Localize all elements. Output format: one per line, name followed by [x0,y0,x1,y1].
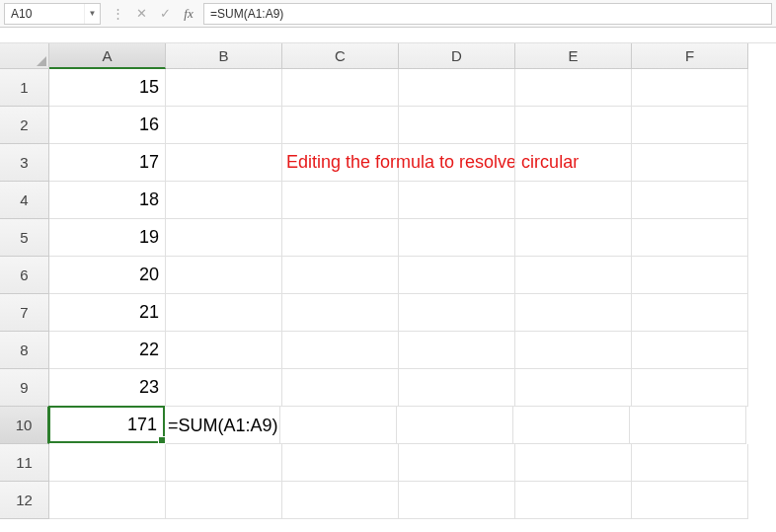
cell-F4[interactable] [632,182,748,219]
cell-D9[interactable] [399,369,515,407]
cell-C8[interactable] [282,332,399,369]
cell-D2[interactable] [399,107,515,144]
cell-E12[interactable] [515,482,632,519]
row-header-6[interactable]: 6 [0,257,49,294]
cell-D10[interactable] [397,407,513,444]
cell-F1[interactable] [632,69,748,107]
cell-E6[interactable] [515,257,632,294]
cell-E9[interactable] [515,369,632,407]
cell-A8[interactable]: 22 [49,332,166,369]
cell-A5[interactable]: 19 [49,219,166,257]
select-all-corner[interactable] [0,43,49,69]
row-header-5[interactable]: 5 [0,219,49,257]
cell-B12[interactable] [166,482,282,519]
row-header-10[interactable]: 10 [0,407,49,444]
accept-icon[interactable]: ✓ [156,6,174,21]
cell-F11[interactable] [632,444,748,482]
cell-E11[interactable] [515,444,632,482]
cell-F12[interactable] [632,482,748,519]
cell-D7[interactable] [399,294,515,332]
cell-D11[interactable] [399,444,515,482]
cell-B10[interactable]: =SUM(A1:A9) [164,407,280,444]
col-header-A[interactable]: A [49,43,166,69]
cell-F2[interactable] [632,107,748,144]
row-header-2[interactable]: 2 [0,107,49,144]
cell-B5[interactable] [166,219,282,257]
cell-A7[interactable]: 21 [49,294,166,332]
formula-input[interactable]: =SUM(A1:A9) [203,3,772,25]
row-header-1[interactable]: 1 [0,69,49,107]
cell-E4[interactable] [515,182,632,219]
cell-A9[interactable]: 23 [49,369,166,407]
cell-B7[interactable] [166,294,282,332]
cell-A10[interactable]: 171 [48,406,165,443]
row-header-12[interactable]: 12 [0,482,49,519]
row-header-11[interactable]: 11 [0,444,49,482]
cell-B8[interactable] [166,332,282,369]
cell-A4[interactable]: 18 [49,182,166,219]
cell-C11[interactable] [282,444,399,482]
cell-B4[interactable] [166,182,282,219]
cell-C6[interactable] [282,257,399,294]
cell-B2[interactable] [166,107,282,144]
name-box-dropdown-icon[interactable]: ▼ [84,4,100,24]
cell-C10[interactable] [280,407,397,444]
cell-F5[interactable] [632,219,748,257]
cell-C7[interactable] [282,294,399,332]
cell-A2[interactable]: 16 [49,107,166,144]
cell-C2[interactable] [282,107,399,144]
cell-A11[interactable] [49,444,166,482]
cell-B6[interactable] [166,257,282,294]
row-header-3[interactable]: 3 [0,144,49,182]
cell-E1[interactable] [515,69,632,107]
row-header-9[interactable]: 9 [0,369,49,407]
cell-E5[interactable] [515,219,632,257]
cell-C1[interactable] [282,69,399,107]
cell-C3[interactable]: Editing the formula to resolve circular [282,144,399,182]
data-row: 12 [0,482,776,519]
col-header-B[interactable]: B [166,43,282,69]
cell-A1[interactable]: 15 [49,69,166,107]
name-box[interactable]: A10 ▼ [4,3,101,25]
data-row: 10 171 =SUM(A1:A9) [0,407,776,444]
cell-F6[interactable] [632,257,748,294]
cell-F9[interactable] [632,369,748,407]
cell-D1[interactable] [399,69,515,107]
cell-A12[interactable] [49,482,166,519]
fx-icon[interactable]: fx [180,6,197,22]
data-row: 4 18 [0,182,776,219]
cell-B3[interactable] [166,144,282,182]
cell-D8[interactable] [399,332,515,369]
cancel-icon[interactable]: ✕ [132,6,150,21]
row-header-4[interactable]: 4 [0,182,49,219]
cell-E10[interactable] [513,407,630,444]
cell-D4[interactable] [399,182,515,219]
cell-D6[interactable] [399,257,515,294]
cell-C5[interactable] [282,219,399,257]
cell-E7[interactable] [515,294,632,332]
cell-B9[interactable] [166,369,282,407]
col-header-D[interactable]: D [399,43,515,69]
cell-E2[interactable] [515,107,632,144]
cell-D12[interactable] [399,482,515,519]
cell-E3[interactable] [515,144,632,182]
cell-B11[interactable] [166,444,282,482]
cell-C12[interactable] [282,482,399,519]
cell-C9[interactable] [282,369,399,407]
row-header-8[interactable]: 8 [0,332,49,369]
cell-E8[interactable] [515,332,632,369]
cell-F10[interactable] [630,407,746,444]
cell-F7[interactable] [632,294,748,332]
cell-D3[interactable] [399,144,515,182]
cell-A6[interactable]: 20 [49,257,166,294]
cell-B1[interactable] [166,69,282,107]
cell-F3[interactable] [632,144,748,182]
cell-D5[interactable] [399,219,515,257]
col-header-F[interactable]: F [632,43,748,69]
row-header-7[interactable]: 7 [0,294,49,332]
cell-F8[interactable] [632,332,748,369]
cell-A3[interactable]: 17 [49,144,166,182]
col-header-E[interactable]: E [515,43,632,69]
col-header-C[interactable]: C [282,43,399,69]
cell-C4[interactable] [282,182,399,219]
